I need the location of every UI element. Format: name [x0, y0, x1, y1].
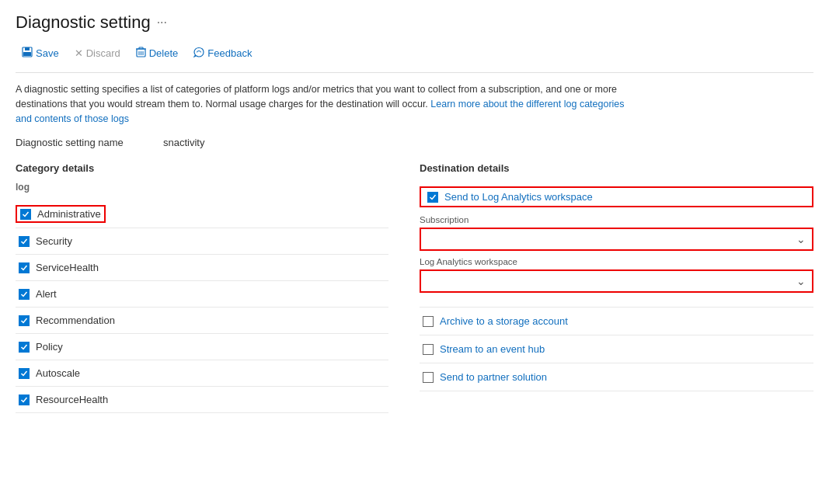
- policy-checkbox[interactable]: [19, 342, 30, 353]
- log-analytics-highlighted: Send to Log Analytics workspace: [420, 186, 813, 207]
- autoscale-checkbox[interactable]: [19, 368, 30, 379]
- workspace-chevron-icon: ⌄: [796, 275, 806, 287]
- category-row-resourcehealth: ResourceHealth: [16, 387, 388, 413]
- info-text: A diagnostic setting specifies a list of…: [16, 82, 637, 126]
- resourcehealth-checkbox[interactable]: [19, 395, 30, 405]
- category-row-servicehealth: ServiceHealth: [16, 255, 388, 281]
- svg-rect-2: [23, 52, 31, 56]
- eventhub-label[interactable]: Stream to an event hub: [440, 343, 545, 355]
- setting-name-value: snactivity: [163, 137, 204, 148]
- recommendation-checkbox[interactable]: [19, 315, 30, 326]
- category-row-security: Security: [16, 228, 388, 255]
- category-row-administrative: Administrative: [16, 200, 388, 228]
- autoscale-label: Autoscale: [36, 367, 80, 379]
- subscription-label: Subscription: [420, 215, 813, 224]
- dest-row-storage: Archive to a storage account: [420, 308, 813, 335]
- category-row-recommendation: Recommendation: [16, 308, 388, 334]
- svg-rect-1: [25, 47, 30, 50]
- subscription-section: Subscription ⌄: [420, 215, 813, 251]
- feedback-icon: [193, 47, 204, 60]
- servicehealth-label: ServiceHealth: [36, 262, 99, 273]
- recommendation-label: Recommendation: [36, 315, 115, 326]
- destination-details-label: Destination details: [420, 162, 813, 174]
- category-row-alert: Alert: [16, 281, 388, 308]
- main-content: Category details log Administrative Secu…: [16, 162, 813, 413]
- subscription-chevron-icon: ⌄: [796, 233, 806, 245]
- subscription-dropdown[interactable]: ⌄: [420, 228, 813, 251]
- alert-checkbox[interactable]: [19, 289, 30, 300]
- setting-name-label: Diagnostic setting name: [16, 137, 140, 148]
- storage-checkbox[interactable]: [423, 316, 434, 327]
- discard-label: Discard: [86, 47, 120, 59]
- administrative-checkbox[interactable]: [20, 209, 31, 220]
- page-title: Diagnostic setting: [16, 12, 151, 33]
- log-analytics-label[interactable]: Send to Log Analytics workspace: [444, 191, 593, 203]
- log-sublabel: log: [16, 182, 388, 196]
- log-analytics-section: Send to Log Analytics workspace Subscrip…: [420, 182, 813, 308]
- category-details-label: Category details: [16, 162, 388, 174]
- setting-name-row: Diagnostic setting name snactivity: [16, 137, 813, 148]
- administrative-label: Administrative: [37, 208, 101, 220]
- partner-checkbox[interactable]: [423, 372, 434, 383]
- security-checkbox[interactable]: [19, 236, 30, 247]
- partner-label[interactable]: Send to partner solution: [440, 371, 547, 383]
- resourcehealth-label: ResourceHealth: [36, 394, 108, 405]
- workspace-section: Log Analytics workspace ⌄: [420, 257, 813, 293]
- alert-label: Alert: [36, 288, 57, 300]
- storage-label[interactable]: Archive to a storage account: [440, 315, 568, 327]
- workspace-label: Log Analytics workspace: [420, 257, 813, 266]
- dest-row-partner: Send to partner solution: [420, 363, 813, 391]
- discard-button[interactable]: ✕ Discard: [68, 44, 127, 62]
- eventhub-checkbox[interactable]: [423, 344, 434, 355]
- policy-label: Policy: [36, 341, 63, 353]
- delete-button[interactable]: Delete: [130, 43, 185, 63]
- save-label: Save: [36, 47, 59, 59]
- log-analytics-checkbox[interactable]: [427, 192, 438, 203]
- security-label: Security: [36, 235, 72, 247]
- destination-details-panel: Destination details Send to Log Analytic…: [412, 162, 813, 413]
- save-icon: [22, 47, 33, 60]
- delete-icon: [136, 47, 146, 60]
- page-title-container: Diagnostic setting ···: [16, 12, 813, 33]
- page-title-ellipsis[interactable]: ···: [157, 16, 167, 30]
- category-row-policy: Policy: [16, 334, 388, 360]
- servicehealth-checkbox[interactable]: [19, 262, 30, 273]
- workspace-dropdown[interactable]: ⌄: [420, 269, 813, 293]
- discard-icon: ✕: [75, 47, 83, 59]
- save-button[interactable]: Save: [16, 43, 65, 63]
- feedback-button[interactable]: Feedback: [187, 43, 258, 63]
- category-row-autoscale: Autoscale: [16, 360, 388, 387]
- category-details-panel: Category details log Administrative Secu…: [16, 162, 412, 413]
- dest-row-eventhub: Stream to an event hub: [420, 335, 813, 363]
- feedback-label: Feedback: [207, 47, 252, 59]
- delete-label: Delete: [149, 47, 179, 59]
- administrative-highlighted: Administrative: [16, 205, 106, 223]
- toolbar: Save ✕ Discard Delete Feedback: [16, 43, 813, 73]
